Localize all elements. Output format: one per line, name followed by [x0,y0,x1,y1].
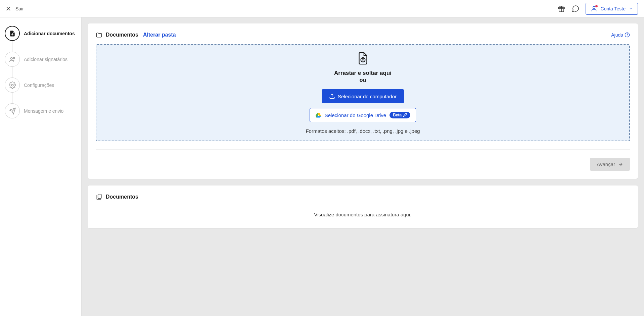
step-label: Adicionar documentos [24,31,75,36]
select-computer-button[interactable]: Selecionar do computador [322,89,404,103]
people-icon [5,52,20,67]
beta-badge: Beta [389,112,410,118]
help-label: Ajuda [611,32,623,38]
change-folder-link[interactable]: Alterar pasta [143,32,176,38]
notification-dot [595,5,598,7]
select-computer-label: Selecionar do computador [338,94,397,99]
gear-icon [5,77,20,93]
svg-point-7 [13,57,15,59]
folder-icon [96,32,102,38]
close-icon[interactable] [6,6,11,11]
beta-label: Beta [393,113,402,117]
svg-point-8 [11,84,13,86]
top-header: Sair Conta Teste [0,0,644,17]
header-right: Conta Teste [557,3,638,15]
gift-icon[interactable] [557,5,565,13]
step-label: Mensagem e envio [24,108,63,114]
account-button[interactable]: Conta Teste [586,3,638,15]
drop-title: Arrastar e soltar aqui [334,70,392,76]
help-icon [625,32,630,38]
next-label: Avançar [597,161,615,167]
step-list: Adicionar documentos Adicionar signatári… [5,26,77,118]
avatar-icon [591,5,597,12]
document-icon [5,26,20,41]
documents-icon [96,194,102,200]
docs-list-header: Documentos [96,194,630,200]
arrow-right-icon [618,162,623,167]
step-add-documents[interactable]: Adicionar documentos [5,26,77,41]
step-settings[interactable]: Configurações [5,77,77,93]
sidebar: Adicionar documentos Adicionar signatári… [0,17,82,316]
account-label: Conta Teste [601,6,626,11]
exit-label[interactable]: Sair [15,6,24,11]
step-message-send[interactable]: Mensagem e envio [5,103,77,118]
select-gdrive-label: Selecionar do Google Drive [325,112,386,118]
card-header-left: Documentos Alterar pasta [96,32,176,38]
svg-rect-14 [98,194,101,199]
next-button[interactable]: Avançar [590,158,630,171]
docs-list-title: Documentos [106,194,138,200]
card-footer: Avançar [96,158,630,171]
upload-file-icon [357,52,369,65]
svg-point-6 [10,57,12,59]
svg-point-5 [593,6,595,9]
layout: Adicionar documentos Adicionar signatári… [0,17,644,316]
header-left: Sair [6,6,24,11]
rocket-icon [403,113,407,117]
step-label: Configurações [24,83,54,88]
card-header: Documentos Alterar pasta Ajuda [96,32,630,38]
documents-list-card: Documentos Visualize documentos para ass… [88,186,638,228]
main-content: Documentos Alterar pasta Ajuda [82,17,644,316]
drop-or: ou [360,77,366,83]
folder-label: Documentos [106,32,138,38]
formats-text: Formatos aceitos: .pdf, .docx, .txt, .pn… [306,128,420,134]
upload-icon [329,93,335,99]
divider [96,149,630,150]
docs-empty-message: Visualize documentos para assinatura aqu… [96,206,630,220]
send-icon [5,103,20,118]
step-label: Adicionar signatários [24,57,67,62]
svg-point-10 [627,36,627,36]
chevron-down-icon [629,7,633,11]
chat-icon[interactable] [571,5,580,13]
drop-zone[interactable]: Arrastar e soltar aqui ou Selecionar do … [96,44,630,141]
upload-card: Documentos Alterar pasta Ajuda [88,23,638,179]
step-add-signers[interactable]: Adicionar signatários [5,52,77,67]
google-drive-icon [315,112,321,118]
select-gdrive-button[interactable]: Selecionar do Google Drive Beta [310,108,416,122]
help-link[interactable]: Ajuda [611,32,630,38]
